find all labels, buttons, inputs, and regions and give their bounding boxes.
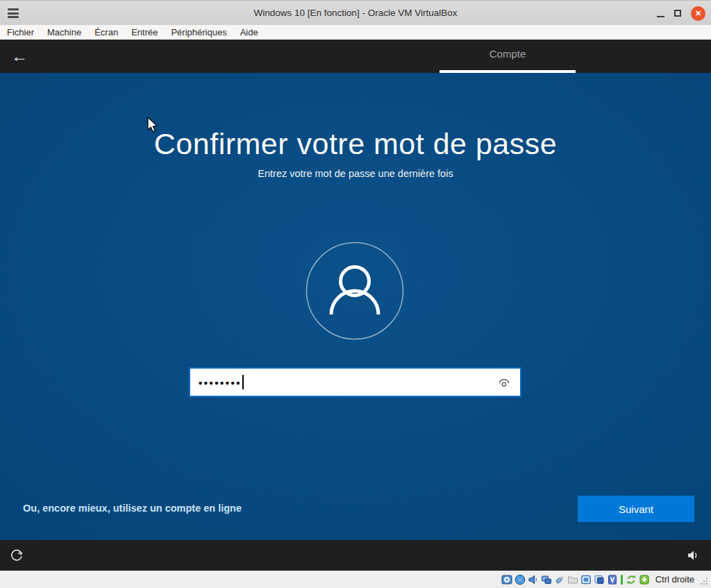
network-icon[interactable] bbox=[541, 574, 552, 585]
hard-disks-icon[interactable] bbox=[501, 574, 512, 585]
mouse-integration-icon[interactable] bbox=[626, 574, 637, 585]
user-avatar-icon bbox=[306, 242, 404, 340]
minimize-button[interactable] bbox=[657, 1, 664, 26]
capture-indicator-bar bbox=[621, 575, 623, 585]
menu-machine[interactable]: Machine bbox=[47, 27, 81, 37]
page-subtitle: Entrez votre mot de passe une dernière f… bbox=[0, 168, 711, 179]
password-input[interactable]: •••••••• bbox=[189, 367, 521, 397]
keyboard-indicator-icon[interactable] bbox=[639, 574, 650, 585]
password-masked-value: •••••••• bbox=[199, 376, 242, 388]
oobe-main: Confirmer votre mot de passe Entrez votr… bbox=[0, 73, 711, 540]
page-title: Confirmer votre mot de passe bbox=[0, 127, 711, 161]
oobe-footer bbox=[0, 540, 711, 571]
text-caret bbox=[242, 375, 244, 389]
next-button[interactable]: Suivant bbox=[578, 496, 694, 522]
ease-of-access-icon[interactable] bbox=[9, 548, 24, 563]
statusbar: Ctrl droite bbox=[0, 571, 711, 588]
virtualbox-window: Windows 10 [En fonction] - Oracle VM Vir… bbox=[0, 0, 711, 588]
recording-icon[interactable] bbox=[594, 574, 605, 585]
usb-icon[interactable] bbox=[554, 574, 565, 585]
resize-grip[interactable] bbox=[699, 576, 709, 586]
back-arrow-icon[interactable]: ← bbox=[9, 46, 30, 67]
maximize-button[interactable] bbox=[674, 10, 681, 17]
features-icon[interactable] bbox=[607, 574, 618, 585]
close-button[interactable]: ✕ bbox=[691, 6, 705, 21]
password-reveal-icon[interactable] bbox=[496, 375, 512, 390]
optical-drives-icon[interactable] bbox=[515, 574, 526, 585]
host-key-label: Ctrl droite bbox=[655, 574, 694, 585]
tab-compte[interactable]: Compte bbox=[440, 40, 576, 73]
menu-peripheriques[interactable]: Périphériques bbox=[171, 27, 226, 37]
audio-icon[interactable] bbox=[528, 574, 539, 585]
menu-entree[interactable]: Entrée bbox=[131, 27, 158, 37]
tab-compte-label: Compte bbox=[440, 48, 576, 60]
window-title: Windows 10 [En fonction] - Oracle VM Vir… bbox=[0, 8, 711, 18]
oobe-header: ← Compte bbox=[0, 40, 711, 73]
shared-folders-icon[interactable] bbox=[567, 574, 578, 585]
menubar: Fichier Machine Écran Entrée Périphériqu… bbox=[0, 25, 711, 40]
use-online-account-link[interactable]: Ou, encore mieux, utilisez un compte en … bbox=[23, 503, 242, 514]
menu-aide[interactable]: Aide bbox=[240, 27, 258, 37]
menu-ecran[interactable]: Écran bbox=[94, 27, 118, 37]
volume-icon[interactable] bbox=[685, 548, 701, 563]
display-icon[interactable] bbox=[580, 574, 592, 585]
titlebar: Windows 10 [En fonction] - Oracle VM Vir… bbox=[0, 0, 711, 25]
menu-fichier[interactable]: Fichier bbox=[7, 27, 34, 37]
